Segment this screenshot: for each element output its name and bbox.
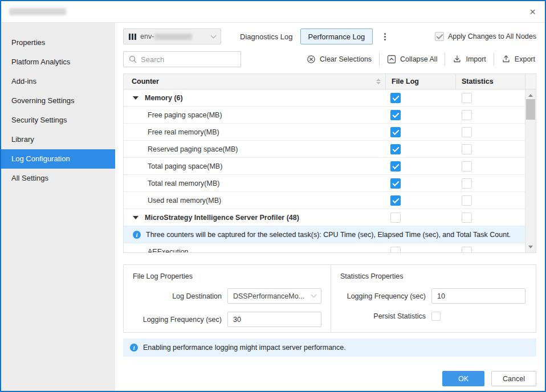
scroll-down-icon[interactable] — [525, 242, 536, 251]
sidebar-item-security-settings[interactable]: Security Settings — [1, 111, 115, 130]
tab-performance-log[interactable]: Performance Log — [300, 28, 373, 44]
counters-table: Counter File Log Statistics Memory (6)Fr… — [123, 74, 536, 253]
sidebar-item-governing-settings[interactable]: Governing Settings — [1, 91, 115, 111]
main-panel: env- Diagnostics Log Performance Log App… — [115, 23, 545, 391]
scrollbar-thumb[interactable] — [526, 99, 535, 120]
collapse-all-button[interactable]: Collapse All — [379, 53, 445, 66]
table-row-counter: Free real memory(MB) — [124, 124, 536, 141]
sidebar-item-library[interactable]: Library — [1, 130, 115, 149]
clear-selections-label: Clear Selections — [320, 55, 372, 63]
file-log-checkbox[interactable] — [390, 161, 401, 172]
sort-icon[interactable] — [376, 79, 381, 84]
column-header-counter[interactable]: Counter — [124, 74, 385, 89]
counter-name: Used real memory(MB) — [148, 197, 221, 205]
sidebar-item-all-settings[interactable]: All Settings — [1, 169, 115, 188]
statistics-checkbox[interactable] — [462, 247, 472, 253]
environment-selector[interactable]: env- — [123, 28, 221, 44]
export-icon — [502, 55, 511, 64]
scroll-up-icon[interactable] — [525, 91, 536, 100]
ok-button[interactable]: OK — [442, 371, 484, 386]
table-info-row: iThree counters will be captured for the… — [124, 226, 536, 243]
info-icon: i — [133, 231, 141, 239]
collapse-caret-icon[interactable] — [133, 216, 138, 219]
statistics-checkbox[interactable] — [462, 195, 472, 206]
file-log-checkbox[interactable] — [390, 178, 401, 189]
close-icon[interactable]: × — [529, 6, 536, 17]
statistics-checkbox[interactable] — [462, 161, 472, 172]
performance-warning-bar: i Enabling performance logging might imp… — [123, 338, 536, 357]
settings-sidebar: PropertiesPlatform AnalyticsAdd-insGover… — [1, 23, 115, 391]
import-label: Import — [466, 55, 486, 63]
counter-name: Free real memory(MB) — [148, 128, 219, 136]
file-log-checkbox[interactable] — [390, 110, 401, 120]
log-destination-select[interactable]: DSSPerformanceMo... — [227, 288, 321, 304]
sidebar-item-properties[interactable]: Properties — [1, 33, 115, 52]
table-row-counter: Used real memory(MB) — [124, 192, 536, 209]
file-log-properties-title: File Log Properties — [133, 272, 321, 280]
statistics-frequency-field-wrap — [431, 288, 525, 304]
export-button[interactable]: Export — [494, 53, 536, 66]
vertical-scrollbar[interactable] — [525, 89, 536, 252]
import-button[interactable]: Import — [445, 53, 493, 66]
table-row-group: Memory (6) — [124, 89, 536, 107]
circle-x-icon — [307, 55, 316, 64]
title-bar: × — [1, 1, 545, 23]
statistics-checkbox[interactable] — [462, 178, 472, 189]
table-row-group: MicroStrategy Intelligence Server Profil… — [124, 209, 536, 226]
file-log-checkbox[interactable] — [390, 127, 401, 137]
dialog-footer: OK Cancel — [123, 371, 536, 386]
statistics-checkbox[interactable] — [462, 110, 472, 120]
file-log-checkbox[interactable] — [390, 247, 401, 253]
file-log-checkbox[interactable] — [390, 93, 401, 103]
file-log-checkbox[interactable] — [390, 213, 401, 223]
statistics-checkbox[interactable] — [462, 93, 472, 103]
environment-name-redacted — [154, 34, 192, 40]
counter-name: Total real memory(MB) — [148, 179, 219, 187]
collapse-all-label: Collapse All — [400, 55, 437, 63]
table-actions: Clear Selections Collapse All — [299, 53, 536, 66]
info-row-text: Three counters will be captured for the … — [146, 231, 511, 239]
sidebar-item-log-configuration[interactable]: Log Configuration — [1, 149, 115, 169]
apply-all-nodes-label: Apply Changes to All Nodes — [448, 32, 536, 40]
cancel-button[interactable]: Cancel — [491, 371, 536, 386]
table-row-counter: Reserved paging space(MB) — [124, 141, 536, 158]
apply-all-nodes-checkbox[interactable] — [435, 32, 444, 41]
table-header: Counter File Log Statistics — [124, 74, 536, 89]
log-tabs: Diagnostics Log Performance Log — [233, 28, 373, 44]
search-icon — [129, 55, 137, 63]
more-options-icon[interactable] — [382, 31, 388, 43]
performance-warning-text: Enabling performance logging might impac… — [143, 344, 346, 352]
column-header-file-log: File Log — [385, 74, 455, 89]
log-destination-value: DSSPerformanceMo... — [233, 292, 304, 300]
counter-name: Total paging space(MB) — [148, 162, 222, 170]
tab-diagnostics-log[interactable]: Diagnostics Log — [233, 28, 300, 44]
environment-name: env- — [140, 32, 154, 40]
table-body: Memory (6)Free paging space(MB)Free real… — [124, 89, 536, 252]
sidebar-item-add-ins[interactable]: Add-ins — [1, 72, 115, 91]
statistics-checkbox[interactable] — [462, 144, 472, 154]
apply-all-nodes: Apply Changes to All Nodes — [435, 32, 536, 41]
statistics-properties-title: Statistics Properties — [340, 272, 527, 280]
statistics-frequency-label: Logging Frequency (sec) — [340, 292, 426, 300]
counter-name: AEExecution — [148, 248, 189, 253]
chevron-down-icon — [211, 32, 217, 38]
search-input[interactable] — [141, 55, 235, 64]
file-log-frequency-field-wrap — [227, 312, 321, 327]
file-log-checkbox[interactable] — [390, 195, 401, 206]
table-row-counter: Total paging space(MB) — [124, 158, 536, 175]
sidebar-item-platform-analytics[interactable]: Platform Analytics — [1, 52, 115, 72]
statistics-checkbox[interactable] — [462, 213, 472, 223]
collapse-caret-icon[interactable] — [133, 96, 138, 100]
counter-name: Memory (6) — [145, 94, 183, 102]
persist-statistics-checkbox[interactable] — [431, 312, 441, 321]
statistics-frequency-input[interactable] — [437, 292, 520, 300]
file-log-frequency-input[interactable] — [233, 316, 316, 324]
counter-name: Reserved paging space(MB) — [148, 145, 238, 153]
statistics-checkbox[interactable] — [462, 127, 472, 137]
clear-selections-button[interactable]: Clear Selections — [299, 53, 379, 66]
table-row-counter: Total real memory(MB) — [124, 175, 536, 192]
log-destination-label: Log Destination — [133, 292, 222, 300]
table-row-counter: Free paging space(MB) — [124, 107, 536, 124]
file-log-checkbox[interactable] — [390, 144, 401, 154]
column-header-scrollbar-spacer — [525, 74, 536, 89]
